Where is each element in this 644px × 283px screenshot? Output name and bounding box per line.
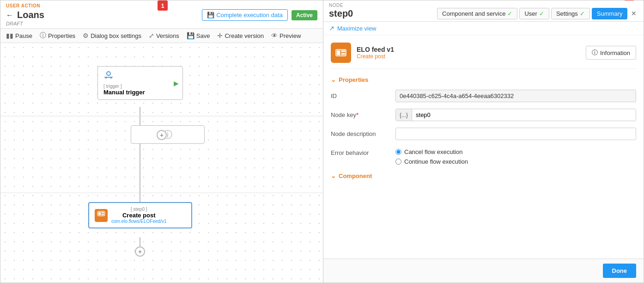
close-button[interactable]: × [629,9,638,18]
svg-rect-15 [102,214,104,215]
node-key-input-group: {...} [395,109,636,121]
step-node-label: [ step0 ] [111,207,167,212]
node-key-input[interactable] [412,109,636,121]
badge-1: 1 [158,0,168,11]
settings-icon: ⚙ [83,32,89,39]
continue-flow-radio[interactable] [395,159,401,165]
id-field-row: ID [331,90,636,102]
properties-section-header[interactable]: ⌄ Properties [331,76,636,83]
id-label: ID [331,90,395,99]
tab-settings[interactable]: Settings ✓ [551,8,590,19]
maximize-icon: ↗ [329,25,334,32]
complete-execution-button[interactable]: 💾 Complete execution data [202,9,288,21]
svg-rect-17 [337,50,340,55]
tab-summary[interactable]: Summary [592,8,628,19]
node-description-label: Node description [331,128,395,137]
node-description-field-row: Node description [331,128,636,140]
left-panel: 1 User action ← Loans 💾 Complete executi… [0,0,323,283]
trigger-node[interactable]: [ trigger ] Manual trigger ▶ [97,66,183,100]
node-description-input[interactable] [395,128,636,140]
create-version-icon: ✛ [217,32,223,39]
continue-flow-label: Continue flow execution [404,158,468,165]
create-version-button[interactable]: ✛ Create version [217,32,264,39]
component-section-label: Component [339,172,372,179]
node-title: step0 [329,8,353,19]
right-footer: Done [323,258,644,283]
tab-user-label: User [524,10,537,17]
properties-section-label: Properties [339,76,368,83]
component-action: Create post [357,53,580,60]
step-node-icon [95,209,108,222]
save-button[interactable]: 💾 Save [187,32,210,39]
properties-button[interactable]: ⓘ Properties [40,31,75,40]
preview-label: Preview [279,32,301,39]
id-input[interactable] [395,90,636,102]
preview-button[interactable]: 👁 Preview [271,32,301,39]
tab-user[interactable]: User ✓ [519,8,549,19]
component-section-header[interactable]: ⌄ Component [331,172,636,179]
error-behavior-group: Cancel flow execution Continue flow exec… [395,147,468,165]
component-check-icon: ✓ [507,10,512,17]
svg-point-8 [107,72,110,75]
right-tabs: Component and service ✓ User ✓ Settings … [437,8,638,19]
tab-component-and-service[interactable]: Component and service ✓ [437,8,517,19]
trigger-name: Manual trigger [103,89,145,96]
complete-label: Complete execution data [216,12,283,18]
versions-button[interactable]: ⤢ Versions [149,32,179,39]
right-panel: 2 Node step0 Component and service ✓ Use… [323,0,644,283]
add-after-info-button[interactable]: + [157,130,167,140]
create-version-label: Create version [225,32,264,39]
step-node[interactable]: [ step0 ] Create post com.elo.flows/ELOF… [88,202,192,228]
chevron-down-icon: ⌄ [331,76,336,83]
cancel-flow-radio[interactable] [395,149,401,155]
user-check-icon: ✓ [539,10,544,17]
done-button[interactable]: Done [603,264,637,278]
svg-rect-18 [341,50,345,52]
maximize-bar[interactable]: ↗ Maximize view [323,22,644,35]
save-icon: 💾 [187,32,194,39]
tab-settings-label: Settings [556,10,578,17]
preview-icon: 👁 [271,32,278,39]
continue-flow-radio-label[interactable]: Continue flow execution [395,158,468,165]
node-label: Node [329,3,638,8]
trigger-label: [ trigger ] [103,84,122,89]
step-node-subtitle: com.elo.flows/ELOFeed/v1 [111,219,167,224]
svg-rect-14 [102,212,104,213]
svg-rect-13 [98,212,101,215]
properties-label: Properties [48,32,75,39]
svg-rect-11 [110,77,112,79]
svg-rect-10 [105,77,107,79]
cancel-flow-radio-label[interactable]: Cancel flow execution [395,148,468,155]
tab-component-label: Component and service [442,10,505,17]
complete-icon: 💾 [207,12,214,18]
node-key-prefix-button[interactable]: {...} [396,109,412,121]
info-node[interactable]: ⓘ [131,125,205,144]
add-step-button[interactable]: + [135,246,145,257]
settings-check-icon: ✓ [580,10,585,17]
toolbar: ▮▮ Pause ⓘ Properties ⚙ Dialog box setti… [0,29,323,43]
badge-2: 2 [624,0,634,0]
pause-icon: ▮▮ [6,32,13,39]
draft-label: DRAFT [6,21,317,26]
cancel-flow-label: Cancel flow execution [404,148,462,155]
trigger-icon [103,70,114,83]
play-icon[interactable]: ▶ [174,80,179,87]
dialog-box-settings-label: Dialog box settings [91,32,141,39]
component-chevron-down-icon: ⌄ [331,172,336,179]
tab-summary-label: Summary [597,10,623,17]
right-header: Node step0 Component and service ✓ User … [323,0,644,22]
pause-button[interactable]: ▮▮ Pause [6,32,32,39]
save-label: Save [196,32,210,39]
information-button[interactable]: ⓘ Information [586,46,636,60]
component-section: ⌄ Component [331,172,636,179]
component-name: ELO feed v1 [357,46,580,53]
right-content: ELO feed v1 Create post ⓘ Information ⌄ … [323,35,644,258]
component-header: ELO feed v1 Create post ⓘ Information [331,43,636,69]
back-button[interactable]: ← [6,12,13,19]
dialog-box-settings-button[interactable]: ⚙ Dialog box settings [83,32,141,39]
info-btn-label: Information [600,49,630,56]
pause-label: Pause [15,32,32,39]
canvas: [ trigger ] Manual trigger ▶ ⓘ + [0,43,323,283]
node-key-field-row: Node key* {...} [331,109,636,121]
component-icon [331,43,351,63]
